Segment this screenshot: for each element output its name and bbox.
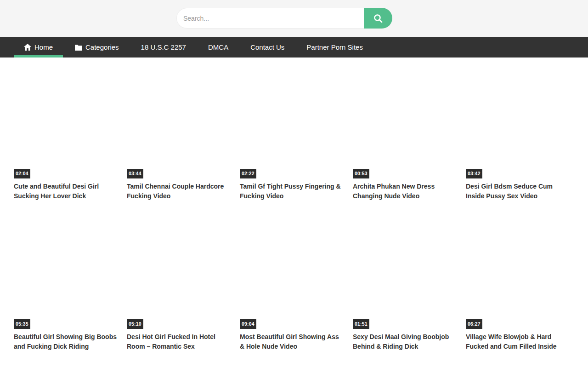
video-card[interactable]: 01:51 Sexy Desi Maal Giving Boobjob Behi… — [353, 215, 460, 351]
home-icon — [24, 44, 31, 51]
duration-badge: 06:27 — [466, 319, 482, 329]
duration-badge: 03:44 — [127, 169, 143, 178]
duration-badge: 05:35 — [14, 319, 30, 329]
nav-item-contact-us[interactable]: Contact Us — [240, 37, 294, 58]
nav-item-partner-sites[interactable]: Partner Porn Sites — [296, 37, 373, 58]
duration-badge: 02:04 — [14, 169, 30, 178]
video-thumbnail[interactable]: 05:10 — [127, 215, 234, 329]
nav-item-home[interactable]: Home — [14, 37, 63, 58]
nav-item-label: Partner Porn Sites — [306, 43, 363, 51]
nav-item-label: Contact Us — [250, 43, 284, 51]
video-title[interactable]: Desi Hot Girl Fucked In Hotel Room – Rom… — [127, 332, 232, 351]
video-card[interactable]: 03:42 Desi Girl Bdsm Seduce Cum Inside P… — [466, 65, 573, 201]
video-thumbnail[interactable]: 00:53 — [353, 65, 460, 178]
duration-badge: 02:22 — [240, 169, 256, 178]
search-icon — [373, 13, 384, 24]
nav-item-categories[interactable]: Categories — [65, 37, 129, 58]
search-input[interactable] — [176, 8, 364, 29]
duration-badge: 05:10 — [127, 319, 143, 329]
video-title[interactable]: Cute and Beautiful Desi Girl Sucking Her… — [14, 182, 119, 201]
duration-badge: 01:51 — [353, 319, 369, 329]
video-thumbnail[interactable]: 03:42 — [466, 65, 573, 178]
video-thumbnail[interactable]: 05:35 — [14, 215, 121, 329]
nav-item-label: Categories — [85, 43, 119, 51]
top-header — [0, 0, 588, 37]
video-card[interactable]: 02:22 Tamil Gf Tight Pussy Fingering & F… — [240, 65, 347, 201]
video-card[interactable]: 05:10 Desi Hot Girl Fucked In Hotel Room… — [127, 215, 234, 351]
nav-item-2257[interactable]: 18 U.S.C 2257 — [131, 37, 196, 58]
video-thumbnail[interactable]: 02:04 — [14, 65, 121, 178]
nav-item-label: 18 U.S.C 2257 — [141, 43, 186, 51]
video-title[interactable]: Tamil Chennai Couple Hardcore Fucking Vi… — [127, 182, 232, 201]
video-title[interactable]: Tamil Gf Tight Pussy Fingering & Fucking… — [240, 182, 345, 201]
video-thumbnail[interactable]: 09:04 — [240, 215, 347, 329]
duration-badge: 09:04 — [240, 319, 256, 329]
video-grid: 02:04 Cute and Beautiful Desi Girl Sucki… — [14, 65, 570, 366]
nav-item-label: Home — [34, 43, 53, 51]
video-title[interactable]: Village Wife Blowjob & Hard Fucked and C… — [466, 332, 571, 351]
video-title[interactable]: Sexy Desi Maal Giving Boobjob Behind & R… — [353, 332, 458, 351]
video-card[interactable]: 05:35 Beautiful Girl Showing Big Boobs a… — [14, 215, 121, 351]
video-title[interactable]: Beautiful Girl Showing Big Boobs and Fuc… — [14, 332, 119, 351]
video-title[interactable]: Archita Phukan New Dress Changing Nude V… — [353, 182, 458, 201]
nav-item-label: DMCA — [208, 43, 228, 51]
duration-badge: 03:42 — [466, 169, 482, 178]
video-card[interactable]: 06:27 Village Wife Blowjob & Hard Fucked… — [466, 215, 573, 351]
video-title[interactable]: Most Beautiful Girl Showing Ass & Hole N… — [240, 332, 345, 351]
video-card[interactable]: 00:53 Archita Phukan New Dress Changing … — [353, 65, 460, 201]
video-thumbnail[interactable]: 06:27 — [466, 215, 573, 329]
folder-icon — [75, 44, 82, 51]
duration-badge: 00:53 — [353, 169, 369, 178]
search-form — [176, 8, 392, 29]
video-thumbnail[interactable]: 01:51 — [353, 215, 460, 329]
nav-item-dmca[interactable]: DMCA — [198, 37, 238, 58]
video-card[interactable]: 02:04 Cute and Beautiful Desi Girl Sucki… — [14, 65, 121, 201]
video-title[interactable]: Desi Girl Bdsm Seduce Cum Inside Pussy S… — [466, 182, 571, 201]
video-card[interactable]: 09:04 Most Beautiful Girl Showing Ass & … — [240, 215, 347, 351]
video-thumbnail[interactable]: 02:22 — [240, 65, 347, 178]
search-button[interactable] — [364, 8, 392, 29]
video-thumbnail[interactable]: 03:44 — [127, 65, 234, 178]
main-nav: Home Categories 18 U.S.C 2257 DMCA Conta… — [0, 37, 588, 58]
video-card[interactable]: 03:44 Tamil Chennai Couple Hardcore Fuck… — [127, 65, 234, 201]
